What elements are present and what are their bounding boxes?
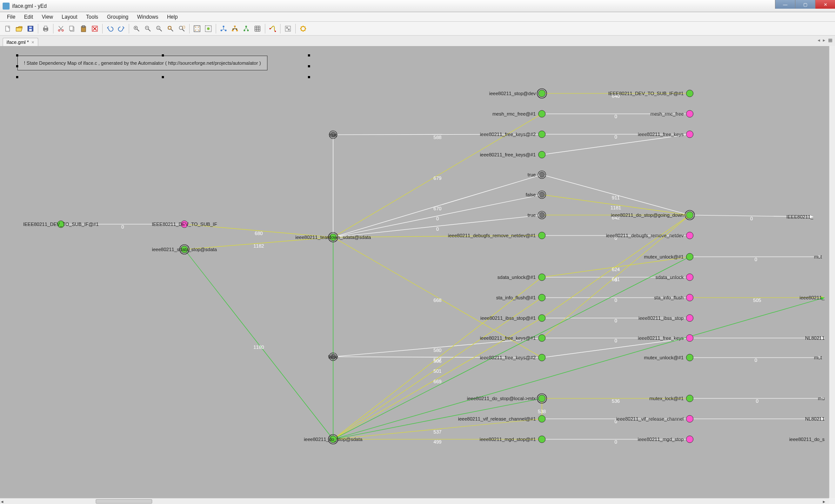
graph-node[interactable]: ieee80211_teardown_sdata@sdata	[295, 232, 371, 242]
zoom-selection-button[interactable]	[177, 23, 187, 34]
menu-windows[interactable]: Windows	[133, 13, 163, 21]
grouping-button[interactable]	[283, 23, 293, 34]
paste-button[interactable]	[78, 23, 89, 34]
graph-node[interactable]: IEEE80211_DEV_TO_SUB_IF@#1	[608, 90, 693, 97]
node-circle-icon[interactable]	[539, 172, 544, 177]
node-circle-icon[interactable]	[686, 395, 693, 402]
node-circle-icon[interactable]	[686, 131, 693, 138]
layout-organic-button[interactable]	[218, 23, 229, 34]
save-file-button[interactable]	[25, 23, 36, 34]
menu-tools[interactable]: Tools	[82, 13, 103, 21]
graph-node[interactable]: sdata_unlock@#1	[498, 274, 545, 281]
node-circle-icon[interactable]	[686, 335, 693, 342]
node-circle-icon[interactable]	[686, 294, 693, 301]
cut-button[interactable]	[56, 23, 66, 34]
selection-handle[interactable]	[16, 54, 18, 56]
graph-node[interactable]: ieee80211_free_keys@#2	[480, 354, 545, 361]
tab-list-icon[interactable]: ▦	[828, 37, 832, 43]
node-circle-icon[interactable]	[538, 131, 545, 138]
node-circle-icon[interactable]	[538, 151, 545, 158]
fit-content-button[interactable]	[192, 23, 202, 34]
node-circle-icon[interactable]	[538, 315, 545, 322]
graph-node[interactable]: ieee80211_do_stop@local->mtx	[467, 394, 547, 403]
graph-node[interactable]: false	[328, 353, 338, 361]
graph-node[interactable]: IEEE80211_DEV_TO_SUB_IF	[152, 221, 217, 228]
zoom-fit-button[interactable]	[165, 23, 176, 34]
graph-svg[interactable]: 0680118211805886796700058066858750650166…	[0, 46, 835, 498]
scroll-thumb[interactable]	[96, 499, 152, 504]
selection-handle[interactable]	[16, 76, 18, 78]
node-circle-icon[interactable]	[538, 415, 545, 422]
graph-node[interactable]: ieee80211_vif_release_channel@#1	[458, 415, 545, 422]
delete-button[interactable]	[90, 23, 100, 34]
selection-handle[interactable]	[308, 54, 310, 56]
node-circle-icon[interactable]	[538, 110, 545, 117]
menu-edit[interactable]: Edit	[20, 13, 37, 21]
window-close-button[interactable]: ✕	[815, 0, 835, 9]
graph-node[interactable]: IEEE80211_	[786, 214, 814, 219]
graph-node[interactable]: ieee80211_stop@dev	[489, 89, 547, 98]
layout-tree-button[interactable]	[241, 23, 251, 34]
graph-node[interactable]: NL80211	[805, 416, 825, 421]
window-maximize-button[interactable]: ▢	[795, 0, 815, 9]
graph-node[interactable]: true	[329, 131, 337, 139]
graph-node[interactable]: mut	[814, 254, 822, 259]
zoom-in-button[interactable]	[131, 23, 142, 34]
node-circle-icon[interactable]	[686, 110, 693, 117]
menu-view[interactable]: View	[37, 13, 57, 21]
graph-node[interactable]: mutex_lock@#1	[649, 395, 693, 402]
graph-node[interactable]: mesh_rmc_free	[651, 110, 693, 117]
horizontal-scrollbar[interactable]: ◂ ▸	[0, 498, 829, 504]
menu-help[interactable]: Help	[163, 13, 182, 21]
new-file-button[interactable]	[3, 23, 13, 34]
graph-node[interactable]: ieee80211_debugfs_remove_netdev@#1	[448, 232, 545, 239]
menu-grouping[interactable]: Grouping	[103, 13, 133, 21]
graph-node[interactable]: true	[528, 171, 546, 179]
graph-node[interactable]: NL80211	[805, 335, 825, 341]
selection-handle[interactable]	[16, 65, 18, 67]
node-circle-icon[interactable]	[538, 294, 545, 301]
graph-node[interactable]: ieee80211_do_stop@sdata	[304, 434, 363, 444]
graph-node[interactable]: ieee80211_ibss_stop@#1	[481, 315, 545, 322]
scroll-right-icon[interactable]: ▸	[823, 499, 828, 504]
open-file-button[interactable]	[14, 23, 24, 34]
graph-node[interactable]: ieee80211_do_stop@going_down	[611, 210, 695, 220]
graph-node[interactable]: sta_info_flush	[654, 294, 693, 301]
graph-node[interactable]: true	[528, 211, 546, 219]
graph-node[interactable]: ieee80211_sdata_stop@sdata	[152, 245, 217, 254]
print-button[interactable]	[40, 23, 51, 34]
selection-handle[interactable]	[308, 76, 310, 78]
selection-handle[interactable]	[162, 76, 164, 78]
graph-node[interactable]: ieee80211_free_keys@#1	[480, 151, 545, 158]
graph-node[interactable]: ieee80211_debugfs_remove_netdev	[606, 232, 693, 239]
graph-node[interactable]: ieee80211_free_keys@#1	[480, 335, 545, 342]
node-circle-icon[interactable]	[686, 232, 693, 239]
graph-canvas[interactable]: 0680118211805886796700058066858750650166…	[0, 46, 835, 498]
node-circle-icon[interactable]	[538, 395, 545, 402]
graph-node[interactable]: mutex_unlock@#1	[644, 253, 693, 260]
scroll-left-icon[interactable]: ◂	[1, 499, 6, 504]
window-minimize-button[interactable]: —	[775, 0, 795, 9]
node-circle-icon[interactable]	[686, 354, 693, 361]
node-circle-icon[interactable]	[686, 415, 693, 422]
properties-button[interactable]	[298, 23, 308, 34]
fit-selection-button[interactable]	[203, 23, 214, 34]
redo-button[interactable]	[116, 23, 127, 34]
menu-file[interactable]: File	[3, 13, 20, 21]
copy-button[interactable]	[67, 23, 77, 34]
graph-node[interactable]: ieee80211_mgd_stop@#1	[480, 436, 545, 443]
graph-node[interactable]: mu	[818, 396, 825, 401]
node-circle-icon[interactable]	[686, 436, 693, 443]
tab-prev-icon[interactable]: ◂	[818, 37, 820, 43]
node-circle-icon[interactable]	[538, 90, 545, 97]
graph-edge[interactable]	[333, 298, 825, 439]
graph-node[interactable]: mutex_unlock@#1	[644, 354, 693, 361]
node-circle-icon[interactable]	[538, 232, 545, 239]
graph-node[interactable]: mut	[814, 355, 822, 360]
layout-hierarchic-button[interactable]	[230, 23, 240, 34]
node-circle-icon[interactable]	[686, 253, 693, 260]
tab-close-icon[interactable]: ×	[31, 40, 34, 45]
graph-title-box[interactable]: ! State Dependency Map of iface.c , gene…	[17, 56, 267, 70]
node-circle-icon[interactable]	[686, 274, 693, 281]
selection-handle[interactable]	[162, 54, 164, 56]
